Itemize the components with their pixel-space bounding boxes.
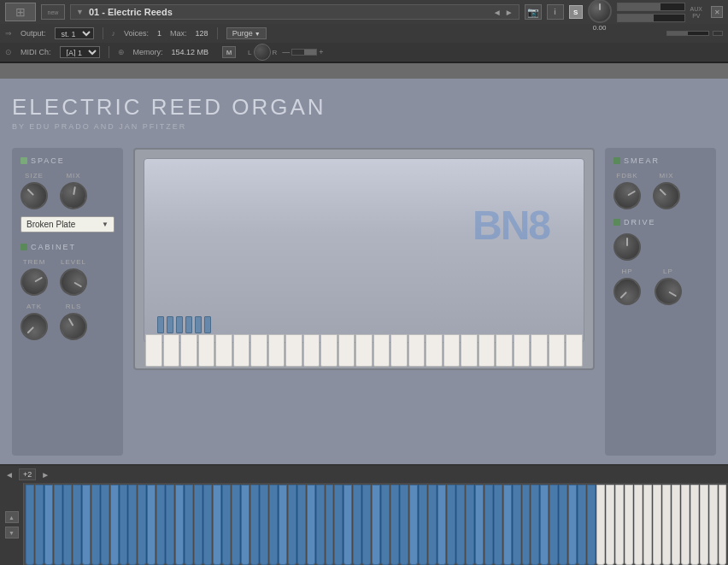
reverb-dropdown[interactable]: Broken Plate ▼ [21, 216, 114, 232]
key-w[interactable] [320, 334, 338, 367]
level-knob[interactable] [55, 263, 92, 301]
kb-up-btn[interactable]: ▲ [5, 511, 19, 523]
kb-key[interactable] [437, 485, 446, 565]
kb-key[interactable] [568, 485, 577, 565]
kb-key[interactable] [297, 485, 306, 565]
key-w[interactable] [531, 334, 548, 367]
kb-key[interactable] [156, 485, 165, 565]
volume-bar2[interactable] [617, 14, 685, 22]
kb-key[interactable] [540, 485, 549, 565]
tune-knob[interactable] [588, 0, 612, 23]
kb-key[interactable] [587, 485, 596, 565]
kb-key[interactable] [447, 485, 455, 565]
key-w[interactable] [233, 334, 250, 367]
kb-key[interactable] [419, 485, 427, 565]
kb-key[interactable] [82, 485, 91, 565]
nav-next-btn[interactable]: ► [505, 8, 514, 17]
kb-key[interactable] [222, 485, 231, 565]
key-w[interactable] [355, 334, 373, 367]
kb-down-btn[interactable]: ▼ [5, 527, 19, 539]
kb-key[interactable] [120, 485, 128, 565]
key-w[interactable] [461, 334, 478, 367]
pan-slider[interactable] [291, 49, 317, 56]
kb-key[interactable] [475, 485, 484, 565]
space-mix-knob[interactable] [57, 180, 89, 211]
kb-key-white[interactable] [700, 485, 708, 565]
kb-key[interactable] [353, 485, 361, 565]
kb-key[interactable] [260, 485, 268, 565]
key-w[interactable] [408, 334, 426, 367]
kb-key[interactable] [279, 485, 287, 565]
key-w[interactable] [163, 334, 180, 367]
key-w[interactable] [180, 334, 197, 367]
space-led[interactable] [21, 157, 27, 164]
key-w[interactable] [443, 334, 461, 367]
kb-key[interactable] [73, 485, 81, 565]
key-w[interactable] [198, 334, 215, 367]
smear-led[interactable] [614, 157, 620, 164]
kb-key-white[interactable] [662, 485, 671, 565]
key-w[interactable] [285, 334, 302, 367]
key-w[interactable] [549, 334, 566, 367]
nav-prev-btn[interactable]: ◄ [493, 8, 502, 17]
size-knob[interactable] [15, 176, 53, 215]
purge-button[interactable]: Purge ▼ [226, 27, 267, 39]
key-w[interactable] [268, 334, 285, 367]
kb-key[interactable] [35, 485, 44, 565]
smear-mix-knob[interactable] [647, 176, 685, 215]
kb-key[interactable] [400, 485, 408, 565]
kb-key[interactable] [466, 485, 474, 565]
key-w[interactable] [496, 334, 513, 367]
kb-key[interactable] [213, 485, 221, 565]
kb-key[interactable] [232, 485, 240, 565]
kb-key[interactable] [269, 485, 278, 565]
kb-key[interactable] [203, 485, 212, 565]
close-button[interactable]: ✕ [711, 6, 723, 18]
trem-knob[interactable] [15, 263, 53, 301]
volume-bar[interactable] [617, 3, 685, 11]
kb-key[interactable] [513, 485, 521, 565]
kb-key[interactable] [166, 485, 174, 565]
kb-key[interactable] [316, 485, 325, 565]
key-w[interactable] [145, 334, 162, 367]
kb-key[interactable] [128, 485, 137, 565]
kb-key-white[interactable] [681, 485, 690, 565]
kb-key-white[interactable] [606, 485, 614, 565]
hp-knob[interactable] [608, 272, 646, 310]
fdbk-knob[interactable] [608, 177, 646, 215]
lp-knob[interactable] [649, 273, 687, 310]
solo-button[interactable]: S [569, 5, 583, 19]
camera-button[interactable]: 📷 [525, 4, 542, 20]
kb-key[interactable] [54, 485, 62, 565]
kb-key[interactable] [456, 485, 465, 565]
drive-led[interactable] [614, 219, 620, 226]
key-w[interactable] [514, 334, 531, 367]
kb-key[interactable] [381, 485, 390, 565]
atk-knob[interactable] [15, 307, 53, 345]
kb-key-white[interactable] [653, 485, 661, 565]
kb-key[interactable] [503, 485, 512, 565]
kb-key[interactable] [101, 485, 109, 565]
kb-key[interactable] [250, 485, 259, 565]
kb-key-white[interactable] [719, 485, 727, 565]
kb-key-white[interactable] [634, 485, 643, 565]
pan-plus[interactable]: + [319, 48, 323, 56]
kb-key[interactable] [138, 485, 146, 565]
kb-key[interactable] [484, 485, 493, 565]
key-w[interactable] [426, 334, 443, 367]
output-select[interactable]: st. 1 [55, 27, 94, 39]
vol-slider-fill[interactable] [666, 31, 709, 36]
kb-key[interactable] [63, 485, 72, 565]
mute-button[interactable]: M [222, 46, 236, 58]
pan-knob-l[interactable] [254, 44, 271, 61]
kb-key[interactable] [494, 485, 502, 565]
kb-key[interactable] [110, 485, 119, 565]
kb-key[interactable] [578, 485, 586, 565]
kb-key[interactable] [326, 485, 334, 565]
key-w[interactable] [338, 334, 355, 367]
key-w[interactable] [390, 334, 408, 367]
key-w[interactable] [566, 334, 583, 367]
cabinet-led[interactable] [21, 244, 27, 250]
kb-key[interactable] [26, 485, 34, 565]
info-button[interactable]: i [547, 4, 564, 20]
